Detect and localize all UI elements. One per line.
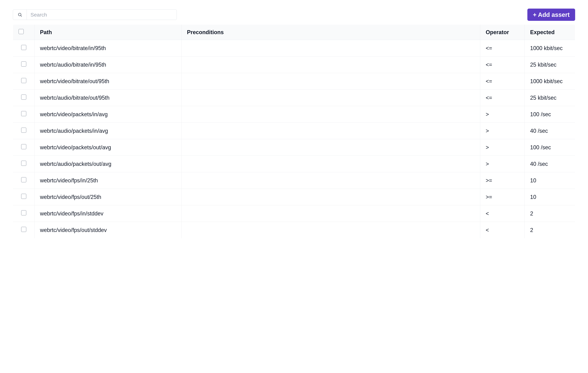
- cell-path: webrtc/video/bitrate/out/95th: [34, 73, 181, 90]
- column-header-select: [13, 25, 34, 40]
- cell-path: webrtc/video/packets/in/avg: [34, 106, 181, 123]
- table-header-row: Path Preconditions Operator Expected: [13, 25, 575, 40]
- row-select-cell: [13, 56, 34, 73]
- table-row[interactable]: webrtc/video/fps/in/25th>=10: [13, 172, 575, 189]
- cell-expected: 10: [525, 172, 575, 189]
- cell-operator: <: [480, 205, 525, 222]
- row-select-cell: [13, 172, 34, 189]
- table-row[interactable]: webrtc/audio/packets/out/avg>40 /sec: [13, 156, 575, 172]
- page-root: + Add assert Path Preconditions Operator…: [0, 0, 588, 247]
- cell-preconditions: [181, 40, 480, 56]
- search-box[interactable]: [13, 10, 177, 20]
- add-assert-button[interactable]: + Add assert: [527, 9, 575, 21]
- cell-preconditions: [181, 73, 480, 90]
- column-header-expected[interactable]: Expected: [525, 25, 575, 40]
- table-row[interactable]: webrtc/audio/bitrate/in/95th<=25 kbit/se…: [13, 56, 575, 73]
- row-select-checkbox[interactable]: [21, 78, 26, 83]
- row-select-checkbox[interactable]: [21, 94, 26, 100]
- cell-operator: >=: [480, 189, 525, 205]
- svg-point-0: [18, 13, 21, 16]
- cell-operator: <=: [480, 73, 525, 90]
- search-icon: [13, 10, 27, 20]
- cell-operator: <=: [480, 40, 525, 56]
- cell-operator: <=: [480, 90, 525, 106]
- row-select-cell: [13, 73, 34, 90]
- row-select-checkbox[interactable]: [21, 111, 26, 116]
- cell-path: webrtc/video/fps/out/stddev: [34, 222, 181, 238]
- cell-expected: 25 kbit/sec: [525, 90, 575, 106]
- row-select-checkbox[interactable]: [21, 194, 26, 199]
- row-select-checkbox[interactable]: [21, 227, 26, 232]
- toolbar: + Add assert: [13, 9, 575, 21]
- cell-operator: >: [480, 139, 525, 156]
- row-select-checkbox[interactable]: [21, 62, 26, 67]
- table-row[interactable]: webrtc/video/fps/in/stddev<2: [13, 205, 575, 222]
- cell-path: webrtc/audio/packets/in/avg: [34, 123, 181, 139]
- row-select-cell: [13, 189, 34, 205]
- row-select-checkbox[interactable]: [21, 144, 26, 149]
- row-select-checkbox[interactable]: [21, 128, 26, 133]
- asserts-table: Path Preconditions Operator Expected web…: [13, 24, 575, 238]
- row-select-cell: [13, 106, 34, 123]
- cell-preconditions: [181, 56, 480, 73]
- cell-preconditions: [181, 123, 480, 139]
- cell-path: webrtc/video/fps/in/stddev: [34, 205, 181, 222]
- cell-expected: 1000 kbit/sec: [525, 73, 575, 90]
- row-select-checkbox[interactable]: [21, 161, 26, 166]
- cell-preconditions: [181, 189, 480, 205]
- column-header-preconditions[interactable]: Preconditions: [181, 25, 480, 40]
- select-all-checkbox[interactable]: [19, 29, 24, 34]
- cell-operator: <=: [480, 56, 525, 73]
- search-input[interactable]: [27, 10, 177, 20]
- row-select-cell: [13, 90, 34, 106]
- cell-path: webrtc/audio/bitrate/out/95th: [34, 90, 181, 106]
- table-row[interactable]: webrtc/video/fps/out/25th>=10: [13, 189, 575, 205]
- cell-expected: 2: [525, 222, 575, 238]
- table-row[interactable]: webrtc/video/packets/out/avg>100 /sec: [13, 139, 575, 156]
- table-row[interactable]: webrtc/video/bitrate/in/95th<=1000 kbit/…: [13, 40, 575, 56]
- cell-path: webrtc/video/fps/out/25th: [34, 189, 181, 205]
- cell-operator: >=: [480, 172, 525, 189]
- cell-expected: 100 /sec: [525, 106, 575, 123]
- cell-path: webrtc/video/bitrate/in/95th: [34, 40, 181, 56]
- cell-expected: 40 /sec: [525, 123, 575, 139]
- cell-path: webrtc/audio/bitrate/in/95th: [34, 56, 181, 73]
- cell-preconditions: [181, 172, 480, 189]
- row-select-checkbox[interactable]: [21, 45, 26, 50]
- table-row[interactable]: webrtc/video/fps/out/stddev<2: [13, 222, 575, 238]
- cell-operator: >: [480, 156, 525, 172]
- cell-path: webrtc/video/fps/in/25th: [34, 172, 181, 189]
- row-select-checkbox[interactable]: [21, 210, 26, 216]
- cell-preconditions: [181, 205, 480, 222]
- row-select-checkbox[interactable]: [21, 177, 26, 182]
- column-header-operator[interactable]: Operator: [480, 25, 525, 40]
- cell-expected: 100 /sec: [525, 139, 575, 156]
- cell-operator: <: [480, 222, 525, 238]
- table-row[interactable]: webrtc/video/packets/in/avg>100 /sec: [13, 106, 575, 123]
- row-select-cell: [13, 205, 34, 222]
- cell-expected: 10: [525, 189, 575, 205]
- cell-operator: >: [480, 106, 525, 123]
- row-select-cell: [13, 156, 34, 172]
- cell-path: webrtc/audio/packets/out/avg: [34, 156, 181, 172]
- cell-preconditions: [181, 156, 480, 172]
- cell-expected: 1000 kbit/sec: [525, 40, 575, 56]
- cell-preconditions: [181, 139, 480, 156]
- cell-preconditions: [181, 106, 480, 123]
- row-select-cell: [13, 222, 34, 238]
- cell-path: webrtc/video/packets/out/avg: [34, 139, 181, 156]
- column-header-path[interactable]: Path: [34, 25, 181, 40]
- table-row[interactable]: webrtc/audio/packets/in/avg>40 /sec: [13, 123, 575, 139]
- row-select-cell: [13, 139, 34, 156]
- cell-expected: 2: [525, 205, 575, 222]
- cell-operator: >: [480, 123, 525, 139]
- cell-expected: 40 /sec: [525, 156, 575, 172]
- cell-preconditions: [181, 222, 480, 238]
- cell-preconditions: [181, 90, 480, 106]
- row-select-cell: [13, 123, 34, 139]
- table-row[interactable]: webrtc/video/bitrate/out/95th<=1000 kbit…: [13, 73, 575, 90]
- cell-expected: 25 kbit/sec: [525, 56, 575, 73]
- table-row[interactable]: webrtc/audio/bitrate/out/95th<=25 kbit/s…: [13, 90, 575, 106]
- svg-line-1: [21, 16, 21, 16]
- row-select-cell: [13, 40, 34, 56]
